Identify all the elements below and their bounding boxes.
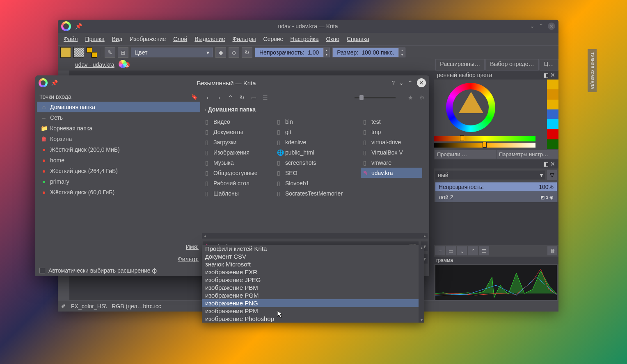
file-item[interactable]: ▯SEO bbox=[275, 168, 361, 178]
place-item[interactable]: 📁Корневая папка bbox=[37, 123, 200, 134]
file-item[interactable]: ▯test bbox=[361, 116, 422, 127]
docker-tab-advanced[interactable]: Расширенны… bbox=[435, 59, 485, 71]
nav-forward-icon[interactable]: › bbox=[214, 93, 224, 102]
hue-slider[interactable] bbox=[434, 136, 535, 141]
file-item[interactable]: ▯Документы bbox=[203, 127, 275, 137]
fg-bg-colors[interactable] bbox=[87, 47, 97, 58]
menu-layer[interactable]: Слой bbox=[170, 34, 190, 44]
minimize-icon[interactable]: ⌄ bbox=[530, 23, 535, 30]
file-item[interactable]: ▯screenshots bbox=[275, 157, 361, 168]
file-item[interactable]: ▯vmware bbox=[361, 157, 422, 168]
file-item[interactable]: ▯SocratesTestMemorier bbox=[275, 188, 361, 198]
file-item[interactable]: ▯Шаблоны bbox=[203, 188, 275, 198]
pin-icon[interactable]: 📌 bbox=[75, 23, 82, 30]
nav-back-icon[interactable]: ‹ bbox=[203, 93, 213, 102]
size-spin-arrows[interactable]: ▴▾ bbox=[399, 48, 405, 57]
nav-view-icon[interactable]: ☰ bbox=[260, 93, 270, 102]
edge-panel-tab[interactable]: тивная команда bbox=[588, 49, 597, 92]
filter-option[interactable]: документ CSV bbox=[202, 253, 424, 260]
filter-option[interactable]: изображение PPM bbox=[202, 307, 424, 315]
layer-item[interactable]: лой 2◩ α ◉ bbox=[435, 192, 557, 202]
pattern-swatch[interactable] bbox=[73, 47, 84, 58]
dialog-pin-icon[interactable]: 📌 bbox=[51, 80, 58, 86]
file-item[interactable]: 🌐public_html bbox=[275, 147, 361, 157]
opacity-spin-arrows[interactable]: ▴▾ bbox=[323, 48, 330, 57]
file-item[interactable]: ▯Загрузки bbox=[203, 137, 275, 147]
alpha-lock-toggle[interactable]: ◇ bbox=[229, 47, 239, 58]
color-history[interactable] bbox=[547, 80, 558, 149]
place-item[interactable]: –Сеть bbox=[37, 112, 200, 123]
eyedropper-icon[interactable]: ✐ bbox=[61, 303, 66, 309]
filter-option[interactable]: изображение PGM bbox=[202, 291, 424, 299]
layer-opacity-slider[interactable]: Непрозрачность:100% bbox=[435, 182, 557, 191]
dock-tab-tooloptions[interactable]: Параметры инстр… bbox=[497, 150, 558, 159]
layer-up-icon[interactable]: ⌃ bbox=[468, 246, 478, 255]
layer-properties-icon[interactable]: ☰ bbox=[479, 246, 489, 255]
auto-extension-checkbox[interactable] bbox=[39, 268, 45, 273]
dialog-close-icon[interactable]: ✕ bbox=[417, 78, 426, 87]
layer-filter-icon[interactable]: ▽ bbox=[547, 170, 557, 180]
menu-help[interactable]: Справка bbox=[343, 34, 373, 44]
menu-image[interactable]: Изображение bbox=[126, 34, 169, 44]
place-item[interactable]: ●Жёсткий диск (200,0 МиБ) bbox=[37, 144, 200, 155]
docker-tab-specific[interactable]: Выбор опреде… bbox=[485, 59, 538, 71]
menu-view[interactable]: Вид bbox=[109, 34, 126, 44]
file-item[interactable]: ▯Музыка bbox=[203, 157, 275, 168]
place-item[interactable]: ⌂Домашняя папка bbox=[37, 102, 200, 112]
filter-option[interactable]: значок Microsoft bbox=[202, 260, 424, 268]
file-item[interactable]: ▯Изображения bbox=[203, 147, 275, 157]
place-item[interactable]: ●Жёсткий диск (264,4 ГиБ) bbox=[37, 166, 200, 176]
menu-filters[interactable]: Фильтры bbox=[229, 34, 259, 44]
breadcrumb[interactable]: ›Домашняя папка bbox=[202, 103, 428, 116]
menu-file[interactable]: Файл bbox=[60, 34, 81, 44]
blend-mode-combo[interactable]: Цвет▾ bbox=[131, 48, 213, 57]
file-item[interactable]: ▯Общедоступные bbox=[203, 168, 275, 178]
menu-select[interactable]: Выделение bbox=[191, 34, 228, 44]
file-item[interactable]: ✎udav.kra bbox=[361, 168, 422, 178]
dialog-maximize-icon[interactable]: ⌃ bbox=[408, 80, 413, 86]
filter-option[interactable]: изображение Photoshop bbox=[202, 315, 424, 323]
docker-tab-more[interactable]: Ц… bbox=[540, 59, 558, 71]
file-item[interactable]: ▯Видео bbox=[203, 116, 275, 127]
delete-layer-icon[interactable]: 🗑 bbox=[547, 246, 557, 255]
layer-down-icon[interactable]: ⌄ bbox=[457, 246, 467, 255]
value-slider[interactable] bbox=[434, 143, 535, 148]
size-spinbox[interactable]: Размер:100,00 пикс. bbox=[332, 48, 398, 57]
layer-blendmode-combo[interactable]: ный▾ bbox=[435, 171, 545, 180]
nav-bookmark-icon[interactable]: ★ bbox=[405, 93, 415, 102]
dialog-minimize-icon[interactable]: ⌄ bbox=[399, 80, 404, 86]
menu-window[interactable]: Окно bbox=[323, 34, 343, 44]
filter-option[interactable]: изображение EXR bbox=[202, 268, 424, 276]
file-item[interactable]: ▯virtual-drive bbox=[361, 137, 422, 147]
menu-tools[interactable]: Сервис bbox=[260, 34, 286, 44]
layers-list[interactable] bbox=[434, 202, 558, 245]
nav-up-icon[interactable]: ⌃ bbox=[226, 93, 236, 102]
places-lock-icon[interactable]: 🔖 bbox=[191, 93, 198, 100]
add-layer-icon[interactable]: ＋ bbox=[435, 246, 445, 255]
file-item[interactable]: ▯bin bbox=[275, 116, 361, 127]
filter-option[interactable]: изображение JPEG bbox=[202, 276, 424, 284]
menu-edit[interactable]: Правка bbox=[82, 34, 108, 44]
menu-settings[interactable]: Настройка bbox=[287, 34, 322, 44]
nav-settings-icon[interactable]: ⚙ bbox=[417, 93, 427, 102]
brush-preset-button[interactable]: ✎ bbox=[105, 47, 115, 58]
icon-size-slider[interactable] bbox=[355, 97, 396, 98]
place-item[interactable]: ●Жёсткий диск (60,0 ГиБ) bbox=[37, 187, 200, 198]
place-item[interactable]: 🗑Корзина bbox=[37, 134, 200, 144]
filter-option[interactable]: Профили кистей Krita bbox=[202, 245, 424, 253]
file-item[interactable]: ▯tmp bbox=[361, 127, 422, 137]
eraser-toggle[interactable]: ◆ bbox=[215, 47, 226, 58]
gradient-swatch[interactable] bbox=[60, 47, 71, 58]
opacity-spinbox[interactable]: Непрозрачность:1,00 bbox=[255, 48, 323, 57]
place-item[interactable]: ●home bbox=[37, 155, 200, 166]
dock-tab-profiles[interactable]: Профили … bbox=[435, 150, 496, 159]
file-item[interactable]: ▯Рабочий стол bbox=[203, 178, 275, 188]
dialog-help-icon[interactable]: ? bbox=[391, 80, 395, 86]
maximize-icon[interactable]: ⌃ bbox=[539, 23, 544, 30]
file-item[interactable]: ▯git bbox=[275, 127, 361, 137]
duplicate-layer-icon[interactable]: ▭ bbox=[446, 246, 456, 255]
nav-newfolder-icon[interactable]: ▭ bbox=[249, 93, 259, 102]
color-selector[interactable] bbox=[434, 80, 558, 149]
file-item[interactable]: ▯kdenlive bbox=[275, 137, 361, 147]
reload-preset-button[interactable]: ↻ bbox=[242, 47, 252, 58]
